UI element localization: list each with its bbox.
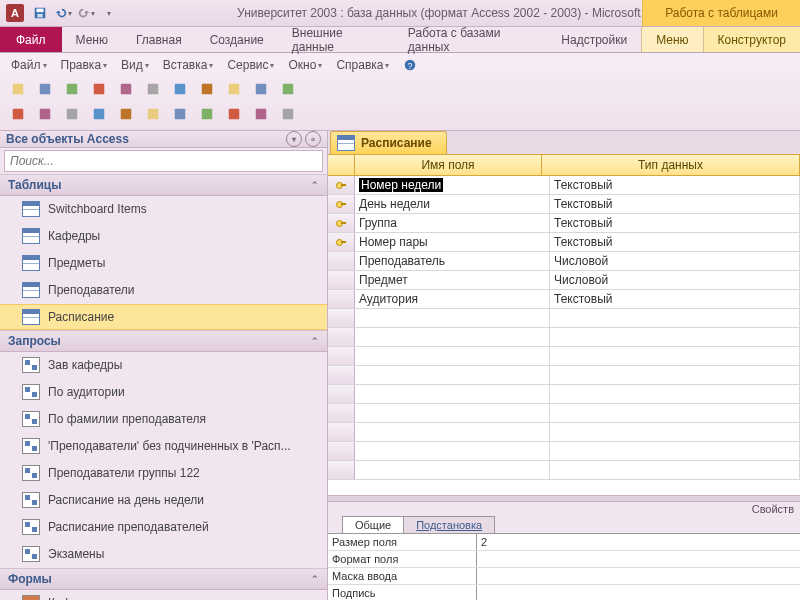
field-type-cell[interactable]: Текстовый	[550, 290, 800, 308]
ribbon-tab[interactable]: Меню	[62, 27, 122, 52]
row-selector[interactable]	[328, 195, 355, 213]
nav-item[interactable]: Предметы	[0, 250, 327, 277]
toolbar-button[interactable]	[33, 103, 57, 125]
grid-row-empty[interactable]	[328, 366, 800, 385]
nav-item[interactable]: 'Преподаватели' без подчиненных в 'Расп.…	[0, 433, 327, 460]
ribbon-tab[interactable]: Работа с базами данных	[394, 27, 547, 52]
toolbar-button[interactable]	[195, 103, 219, 125]
help-icon[interactable]: ?	[398, 56, 422, 74]
field-type-cell[interactable]: Текстовый	[550, 176, 800, 194]
row-selector[interactable]	[328, 233, 355, 251]
toolbar-button[interactable]	[60, 103, 84, 125]
toolbar-button[interactable]	[168, 78, 192, 100]
toolbar-button[interactable]	[141, 78, 165, 100]
toolbar-button[interactable]	[276, 103, 300, 125]
nav-pane-header[interactable]: Все объекты Access ▾ «	[0, 131, 327, 148]
nav-item[interactable]: Кафедры	[0, 223, 327, 250]
grid-row-empty[interactable]	[328, 442, 800, 461]
nav-item[interactable]: Преподаватели группы 122	[0, 460, 327, 487]
save-icon[interactable]	[30, 3, 50, 23]
column-header-name[interactable]: Имя поля	[355, 155, 542, 175]
property-value[interactable]	[477, 568, 800, 584]
nav-item[interactable]: Расписание	[0, 304, 327, 330]
splitter[interactable]	[328, 495, 800, 502]
field-type-cell[interactable]: Текстовый	[550, 195, 800, 213]
ribbon-tab[interactable]: Надстройки	[547, 27, 641, 52]
grid-row-empty[interactable]	[328, 309, 800, 328]
grid-row[interactable]: День неделиТекстовый	[328, 195, 800, 214]
toolbar-button[interactable]	[249, 103, 273, 125]
menu-item[interactable]: Вставка ▾	[158, 56, 219, 74]
undo-icon[interactable]: ▾	[53, 3, 73, 23]
nav-item[interactable]: Расписание на день недели	[0, 487, 327, 514]
field-name-cell[interactable]: Преподаватель	[355, 252, 550, 270]
grid-row-empty[interactable]	[328, 423, 800, 442]
property-value[interactable]	[477, 585, 800, 600]
grid-row[interactable]: ГруппаТекстовый	[328, 214, 800, 233]
grid-row[interactable]: Номер неделиТекстовый	[328, 176, 800, 195]
toolbar-button[interactable]	[195, 78, 219, 100]
nav-item[interactable]: Расписание преподавателей	[0, 514, 327, 541]
toolbar-button[interactable]	[6, 78, 30, 100]
grid-row-empty[interactable]	[328, 347, 800, 366]
nav-group-header[interactable]: Формы⌃	[0, 568, 327, 590]
property-row[interactable]: Маска ввода	[328, 568, 800, 585]
toolbar-button[interactable]	[87, 78, 111, 100]
field-name-cell[interactable]: День недели	[355, 195, 550, 213]
collapse-icon[interactable]: «	[305, 131, 321, 147]
nav-item[interactable]: Преподаватели	[0, 277, 327, 304]
field-name-cell[interactable]: Номер недели	[355, 176, 550, 194]
toolbar-button[interactable]	[222, 78, 246, 100]
menu-item[interactable]: Сервис ▾	[222, 56, 279, 74]
toolbar-button[interactable]	[60, 78, 84, 100]
property-row[interactable]: Размер поля2	[328, 534, 800, 551]
toolbar-button[interactable]	[222, 103, 246, 125]
ribbon-tab[interactable]: Главная	[122, 27, 196, 52]
row-selector[interactable]	[328, 176, 355, 194]
grid-row-empty[interactable]	[328, 461, 800, 480]
grid-row-empty[interactable]	[328, 385, 800, 404]
field-name-cell[interactable]: Аудитория	[355, 290, 550, 308]
row-selector[interactable]	[328, 252, 355, 270]
properties-grid[interactable]: Размер поля2Формат поляМаска вводаПодпис…	[328, 533, 800, 600]
grid-row[interactable]: ПредметЧисловой	[328, 271, 800, 290]
grid-row[interactable]: АудиторияТекстовый	[328, 290, 800, 309]
menu-item[interactable]: Справка ▾	[331, 56, 394, 74]
ribbon-tab-context[interactable]: Конструктор	[704, 27, 800, 52]
file-tab[interactable]: Файл	[0, 27, 62, 52]
qat-customize-icon[interactable]: ▾	[99, 3, 119, 23]
property-row[interactable]: Подпись	[328, 585, 800, 600]
nav-group-header[interactable]: Запросы⌃	[0, 330, 327, 352]
property-row[interactable]: Формат поля	[328, 551, 800, 568]
toolbar-button[interactable]	[276, 78, 300, 100]
menu-item[interactable]: Файл ▾	[6, 56, 52, 74]
ribbon-tab-context[interactable]: Меню	[641, 26, 703, 52]
field-type-cell[interactable]: Текстовый	[550, 214, 800, 232]
properties-tab-general[interactable]: Общие	[342, 516, 404, 533]
toolbar-button[interactable]	[33, 78, 57, 100]
toolbar-button[interactable]	[114, 78, 138, 100]
property-value[interactable]: 2	[477, 534, 800, 550]
grid-row[interactable]: ПреподавательЧисловой	[328, 252, 800, 271]
design-grid-body[interactable]: Номер неделиТекстовыйДень неделиТекстовы…	[328, 176, 800, 495]
nav-item[interactable]: Зав кафедры	[0, 352, 327, 379]
row-selector[interactable]	[328, 290, 355, 308]
ribbon-tab[interactable]: Внешние данные	[278, 27, 394, 52]
menu-item[interactable]: Вид ▾	[116, 56, 154, 74]
column-header-type[interactable]: Тип данных	[542, 155, 800, 175]
toolbar-button[interactable]	[249, 78, 273, 100]
toolbar-button[interactable]	[114, 103, 138, 125]
nav-item[interactable]: По фамилии преподавателя	[0, 406, 327, 433]
field-type-cell[interactable]: Текстовый	[550, 233, 800, 251]
grid-row[interactable]: Номер парыТекстовый	[328, 233, 800, 252]
toolbar-button[interactable]	[141, 103, 165, 125]
field-type-cell[interactable]: Числовой	[550, 252, 800, 270]
nav-item[interactable]: По аудитории	[0, 379, 327, 406]
filter-icon[interactable]: ▾	[286, 131, 302, 147]
nav-item[interactable]: Кафедры	[0, 590, 327, 600]
field-name-cell[interactable]: Номер пары	[355, 233, 550, 251]
nav-item[interactable]: Switchboard Items	[0, 196, 327, 223]
ribbon-tab[interactable]: Создание	[196, 27, 278, 52]
redo-icon[interactable]: ▾	[76, 3, 96, 23]
grid-row-empty[interactable]	[328, 328, 800, 347]
